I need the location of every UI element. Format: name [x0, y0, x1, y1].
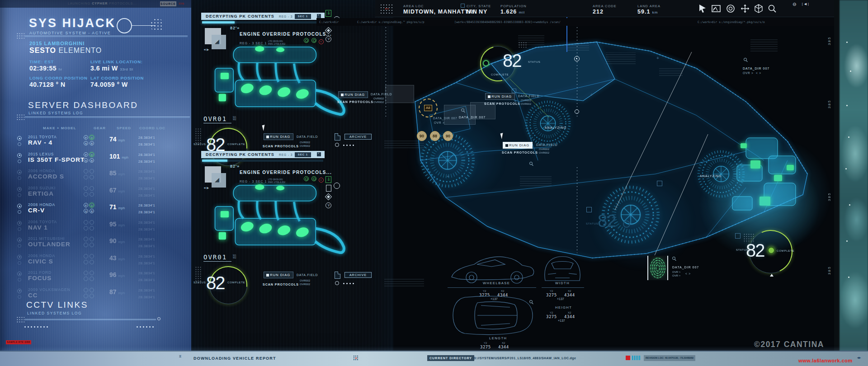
row-radio-icon[interactable]: [17, 289, 22, 293]
search-icon[interactable]: [744, 58, 747, 61]
vehicle-row[interactable]: 2011 FORDFOCUS96 mph28.3834'128.3834'1: [14, 270, 181, 286]
checkbox-icon[interactable]: [317, 14, 321, 18]
prev-next-icons[interactable]: ◄▶: [203, 48, 209, 52]
fingerprint-scanner[interactable]: [647, 256, 668, 280]
row-radio-icon[interactable]: [18, 176, 21, 180]
checkbox-icon[interactable]: [317, 152, 321, 156]
current-directory-chip[interactable]: CURRENT DIRECTORY: [427, 355, 474, 361]
vehicle-row[interactable]: 2011 TOYOTARAV - 4PDNR74 mph28.3834'128.…: [14, 135, 181, 151]
archive-button[interactable]: ARCHIVE: [344, 134, 372, 140]
ovr-pointer: OVR >: [434, 121, 445, 124]
reject-button[interactable]: [319, 39, 324, 44]
panel-header[interactable]: DECRYPTING PK CONTENTSREG - 3SEC 1: [201, 13, 325, 20]
vehicle-row[interactable]: 2011 MITSUBISHIOUTLANDER90 mph28.3834'12…: [14, 236, 181, 253]
download-icon[interactable]: [326, 176, 331, 183]
row-radio-icon[interactable]: [17, 153, 22, 158]
panel-reg: REG - 3: [279, 15, 292, 18]
run-diag-button[interactable]: RUN DIAG: [264, 272, 293, 278]
gear-indicator[interactable]: PDNR: [84, 135, 100, 146]
move-tool-icon[interactable]: [740, 4, 750, 14]
downloading-status: DOWNLOADING VEHICLE REPORT: [193, 356, 276, 361]
ovr-a: OVR002: [539, 148, 549, 150]
vehicle-row[interactable]: 2006 HONDAACCORD S85 mph28.3834'128.3834…: [14, 169, 181, 185]
prev-next-icons[interactable]: ◄▶: [203, 186, 209, 190]
row-radio-icon[interactable]: [17, 187, 22, 192]
accept-button[interactable]: [311, 38, 316, 43]
gear-indicator[interactable]: [84, 237, 100, 248]
gear-indicator[interactable]: [84, 169, 100, 180]
run-diag-button[interactable]: RUN DIAG: [264, 133, 293, 140]
steering-wheel-icon[interactable]: [326, 202, 331, 208]
vehicle-row[interactable]: 2003 SUZUKIERTIGA67 mph28.3834'128.3834'…: [14, 186, 181, 202]
row-radio-icon[interactable]: [17, 238, 22, 242]
vehicle-row[interactable]: 2006 TOYOTANAV 195 mph28.3834'128.3834'1: [14, 220, 181, 236]
dot-grid-icon: [518, 42, 527, 49]
sec-badge: SEC 1: [295, 152, 311, 157]
ovr-values: OVR002OVR002: [539, 148, 549, 155]
document-icon[interactable]: [326, 185, 331, 192]
download-icon[interactable]: [326, 10, 331, 17]
gear-indicator[interactable]: [84, 271, 100, 282]
vehicle-row[interactable]: 2006 HONDACIVIC S43 mph28.3834'128.3834'…: [14, 253, 181, 270]
row-radio-icon[interactable]: [17, 272, 22, 276]
row-radio-icon[interactable]: [18, 278, 21, 282]
document-icon[interactable]: [335, 272, 340, 279]
image-tool-icon[interactable]: [711, 4, 721, 13]
gear-indicator[interactable]: [84, 254, 100, 265]
row-radio-icon[interactable]: [18, 160, 21, 163]
accept-button[interactable]: [304, 38, 309, 43]
cross-marker: +: [590, 92, 593, 97]
row-radio-icon[interactable]: [18, 210, 21, 214]
axis-x2: X2: [502, 342, 505, 344]
clock-icon[interactable]: ⊖: [793, 2, 796, 7]
vehicle-row[interactable]: 2008 HONDACR-VPDNR71 mph28.3834'128.3834…: [14, 202, 181, 219]
row-radio-icon[interactable]: [17, 204, 22, 208]
meta-codes: LTD 08/09.081RWC 2709.4.832: [268, 178, 285, 183]
accept-button[interactable]: [311, 176, 316, 181]
gear-indicator[interactable]: [84, 220, 100, 231]
car-side-diagram: [450, 254, 536, 285]
alert-icon[interactable]: [626, 356, 630, 360]
ovr-values: OVR002OVR002: [300, 141, 310, 148]
height-y2: 3275: [546, 314, 557, 319]
search-icon[interactable]: [672, 257, 675, 260]
data-field-label: DATA.FIELD: [297, 273, 318, 277]
run-diag-button-active[interactable]: RUN DIAG: [503, 142, 533, 149]
width-delta: +137: [557, 297, 564, 300]
record-icon[interactable]: [335, 143, 339, 147]
row-radio-icon[interactable]: [18, 261, 21, 265]
search-icon[interactable]: [529, 162, 533, 165]
row-radio-icon[interactable]: [17, 255, 22, 259]
search-tool-icon[interactable]: [767, 4, 777, 14]
row-radio-icon[interactable]: [18, 295, 21, 299]
row-radio-icon[interactable]: [18, 193, 21, 197]
accept-button[interactable]: [304, 176, 309, 181]
row-radio-icon[interactable]: [17, 221, 22, 225]
row-model: CR-V: [28, 207, 45, 214]
gear-indicator[interactable]: PDNR: [84, 152, 100, 163]
cube-tool-icon[interactable]: [754, 4, 764, 14]
record-icon[interactable]: [335, 281, 339, 285]
run-diag-button[interactable]: RUN DIAG: [485, 93, 515, 100]
steering-wheel-icon[interactable]: [326, 36, 331, 42]
row-radio-icon[interactable]: [17, 170, 22, 174]
row-radio-icon[interactable]: [18, 227, 21, 231]
page-subtitle: AUTOMOTIVE SYSTEM - ACTIVE: [29, 31, 111, 35]
vehicle-row[interactable]: 2015 LEXUSIS 350T F-SPORTPDNR101 mph28.3…: [14, 152, 181, 168]
reject-button[interactable]: [319, 178, 324, 183]
gear-indicator[interactable]: [84, 186, 100, 197]
row-radio-icon[interactable]: [18, 244, 21, 248]
target-tool-icon[interactable]: [726, 4, 736, 14]
run-diag-button[interactable]: RUN DIAG: [338, 91, 368, 98]
decrypt-percent: 82'»: [230, 24, 240, 31]
gear-indicator[interactable]: [84, 288, 100, 299]
gear-indicator[interactable]: PDNR: [84, 203, 100, 214]
document-icon[interactable]: [335, 133, 340, 141]
row-model: CIVIC S: [28, 258, 53, 265]
cursor-tool-icon[interactable]: [698, 4, 708, 14]
row-radio-icon[interactable]: [18, 142, 21, 146]
scan-protocols-label: SCAN PROTOCOLS: [263, 283, 299, 286]
gauge-br-value: 82: [746, 240, 764, 261]
row-radio-icon[interactable]: [17, 136, 22, 141]
archive-button[interactable]: ARCHIVE: [344, 272, 372, 278]
